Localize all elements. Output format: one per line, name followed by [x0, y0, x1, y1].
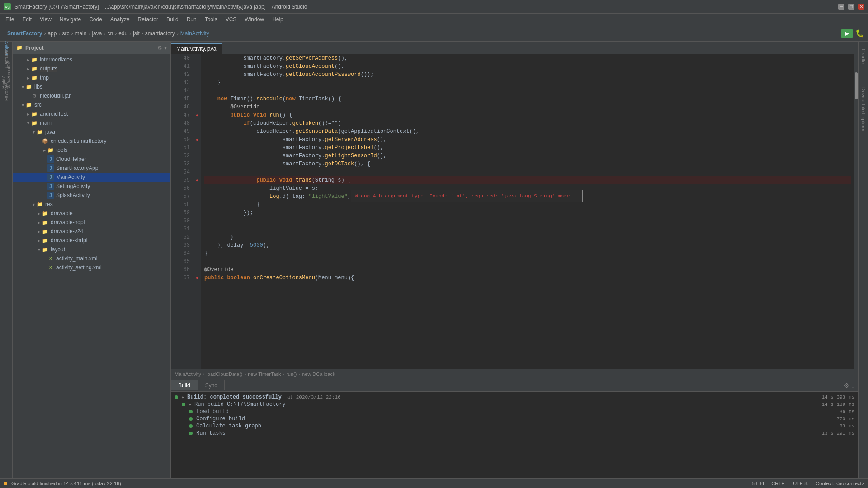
tree-arrow-outputs[interactable]: ▸ — [25, 66, 31, 71]
tree-item-drawable-hdpi[interactable]: ▸📁drawable-hdpi — [13, 218, 170, 227]
run-button[interactable]: ▶ — [841, 29, 853, 38]
build-row-5[interactable]: Run tasks13 s 291 ms — [189, 430, 854, 437]
menu-view[interactable]: View — [36, 15, 55, 23]
menu-refactor[interactable]: Refactor — [134, 15, 162, 23]
tree-arrow-layout[interactable]: ▾ — [36, 247, 42, 252]
menu-analyze[interactable]: Analyze — [107, 15, 133, 23]
breadcrumb-app[interactable]: app — [47, 30, 57, 37]
tree-item-drawable-v24[interactable]: ▸📁drawable-v24 — [13, 227, 170, 236]
maximize-button[interactable]: □ — [848, 4, 854, 10]
sidebar-item-favorites[interactable]: Favorites — [2, 87, 11, 96]
tree-item-res[interactable]: ▾📁res — [13, 200, 170, 209]
close-button[interactable]: ✕ — [858, 4, 864, 10]
build-time-0: 14 s 393 ms — [821, 394, 854, 400]
tree-item-nlecloudII.jar[interactable]: ⚙nlecloudII.jar — [13, 91, 170, 100]
breadcrumb-main[interactable]: main — [75, 30, 86, 37]
tree-item-SettingActivity[interactable]: JSettingActivity — [13, 182, 170, 191]
tree-item-main[interactable]: ▾📁main — [13, 118, 170, 127]
build-settings-icon[interactable]: ⚙ — [844, 382, 849, 389]
code-line-55: public void trans(String s) {Wrong 4th a… — [204, 176, 851, 184]
breadcrumb-cn[interactable]: cn — [107, 30, 113, 37]
menu-code[interactable]: Code — [85, 15, 106, 23]
tree-item-activity_setting.xml[interactable]: Xactivity_setting.xml — [13, 263, 170, 272]
tree-arrow-tools[interactable]: ▸ — [42, 148, 47, 153]
project-collapse-icon[interactable]: ▾ — [164, 45, 167, 51]
tree-arrow-java[interactable]: ▾ — [31, 130, 36, 135]
tree-item-src[interactable]: ▾📁src — [13, 100, 170, 109]
build-row-0[interactable]: ▸Build: completed successfullyat 2020/3/… — [175, 394, 854, 401]
tab-mainactivity[interactable]: MainActivity.java — [171, 43, 222, 54]
build-row-4[interactable]: Calculate task graph83 ms — [189, 422, 854, 430]
menu-build[interactable]: Build — [163, 15, 182, 23]
menu-window[interactable]: Window — [241, 15, 268, 23]
tree-item-tmp[interactable]: ▸📁tmp — [13, 73, 170, 82]
tree-arrow-res[interactable]: ▾ — [31, 202, 36, 207]
tab-build[interactable]: Build — [171, 380, 198, 390]
menu-navigate[interactable]: Navigate — [56, 15, 85, 23]
vertical-scrollbar[interactable] — [854, 54, 858, 369]
menu-vcs[interactable]: VCS — [222, 15, 241, 23]
build-row-2[interactable]: Load build36 ms — [189, 408, 854, 415]
build-status-dot-2 — [189, 410, 193, 413]
sidebar-item-gradle[interactable]: Gradle — [860, 45, 867, 67]
menu-edit[interactable]: Edit — [19, 15, 35, 23]
project-settings-icon[interactable]: ⚙ — [157, 45, 162, 51]
tree-item-java[interactable]: ▾📁java — [13, 127, 170, 136]
tree-arrow-src[interactable]: ▾ — [20, 103, 25, 108]
breadcrumb-src[interactable]: src — [62, 30, 69, 37]
tree-arrow-androidTest[interactable]: ▸ — [25, 112, 31, 117]
status-right: 58:34 CRLF: UTF-8: Context: <no context> — [752, 481, 864, 486]
breadcrumb-project[interactable]: SmartFactory — [7, 30, 42, 37]
tree-arrow-intermediates[interactable]: ▸ — [25, 57, 31, 62]
code-content[interactable]: smartFactory.getServerAddress(), smartFa… — [201, 54, 854, 369]
debug-button[interactable]: 🐛 — [855, 29, 864, 38]
breadcrumb-jsit[interactable]: jsit — [133, 30, 140, 37]
tree-item-drawable-xhdpi[interactable]: ▸📁drawable-xhdpi — [13, 236, 170, 245]
tab-sync[interactable]: Sync — [198, 380, 225, 390]
breadcrumb-edu[interactable]: edu — [118, 30, 127, 37]
tree-arrow-main[interactable]: ▾ — [25, 121, 31, 126]
tree-item-layout[interactable]: ▾📁layout — [13, 245, 170, 254]
breadcrumb-java[interactable]: java — [92, 30, 102, 37]
tree-arrow-libs[interactable]: ▾ — [20, 84, 25, 89]
menu-tools[interactable]: Tools — [201, 15, 221, 23]
build-row-1[interactable]: ▸Run build C:\T7\SmartFactory14 s 189 ms — [182, 401, 854, 408]
line-num-66: 66 — [173, 266, 190, 274]
gutter-66 — [193, 266, 201, 274]
build-scroll-down-icon[interactable]: ↓ — [851, 382, 854, 389]
breadcrumb-mainactivity[interactable]: MainActivity — [180, 30, 209, 37]
breadcrumb-mainactivity-label[interactable]: MainActivity — [175, 371, 201, 377]
breadcrumb-dcallback[interactable]: new DCallback — [302, 371, 335, 377]
tree-item-SplashActivity[interactable]: JSplashActivity — [13, 191, 170, 200]
sidebar-item-device-explorer[interactable]: Device File Explorer — [860, 84, 867, 135]
tree-item-tools[interactable]: ▸📁tools — [13, 145, 170, 155]
menu-file[interactable]: File — [2, 15, 18, 23]
breadcrumb-loadclouddata[interactable]: loadCloudData() — [206, 371, 242, 377]
tree-arrow-drawable-hdpi[interactable]: ▸ — [36, 220, 42, 225]
tree-item-drawable[interactable]: ▸📁drawable — [13, 209, 170, 218]
tree-item-MainActivity[interactable]: JMainActivity — [13, 173, 170, 182]
tree-item-intermediates[interactable]: ▸📁intermediates — [13, 55, 170, 64]
breadcrumb-timertask[interactable]: new TimerTask — [248, 371, 281, 377]
tree-item-androidTest[interactable]: ▸📁androidTest — [13, 109, 170, 118]
tree-item-activity_main.xml[interactable]: Xactivity_main.xml — [13, 254, 170, 263]
window-controls[interactable]: ─ □ ✕ — [838, 4, 864, 10]
breadcrumb-run[interactable]: run() — [286, 371, 297, 377]
tree-icon-SettingActivity: J — [47, 183, 54, 190]
code-line-54 — [204, 168, 851, 176]
breadcrumb-smartfactory[interactable]: smartfactory — [145, 30, 175, 37]
tree-item-CloudHelper[interactable]: JCloudHelper — [13, 155, 170, 164]
scrollbar-thumb[interactable] — [855, 72, 858, 99]
tree-item-libs[interactable]: ▾📁libs — [13, 82, 170, 91]
build-row-3[interactable]: Configure build770 ms — [189, 415, 854, 422]
tree-arrow-drawable-xhdpi[interactable]: ▸ — [36, 238, 42, 243]
tree-arrow-tmp[interactable]: ▸ — [25, 75, 31, 80]
minimize-button[interactable]: ─ — [838, 4, 844, 10]
tree-item-cn.edu.jsit.smartfactory[interactable]: 📦cn.edu.jsit.smartfactory — [13, 136, 170, 145]
menu-help[interactable]: Help — [269, 15, 287, 23]
menu-run[interactable]: Run — [183, 15, 200, 23]
tree-item-SmartFactoryApp[interactable]: JSmartFactoryApp — [13, 164, 170, 173]
tree-arrow-drawable-v24[interactable]: ▸ — [36, 229, 42, 234]
tree-arrow-drawable[interactable]: ▸ — [36, 211, 42, 216]
tree-item-outputs[interactable]: ▸📁outputs — [13, 64, 170, 73]
